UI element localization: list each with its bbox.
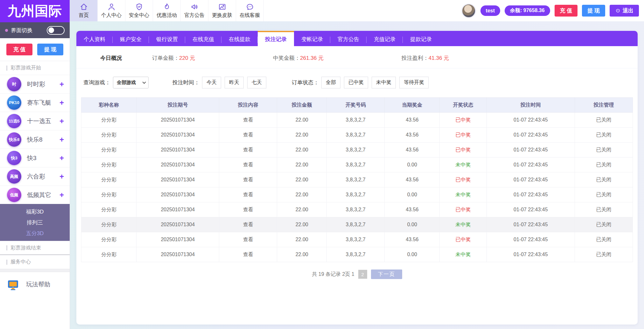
nav-item[interactable]: 个人中心 bbox=[98, 0, 125, 21]
sidebar-recharge-button[interactable]: 充 值 bbox=[6, 44, 32, 55]
nav-item[interactable]: 更换皮肤 bbox=[208, 0, 236, 21]
expand-plus-icon[interactable]: + bbox=[60, 191, 64, 200]
game-label: 快3 bbox=[27, 154, 54, 162]
table-row: 分分彩 202501071304 查看 22.00 3,8,3,2,7 0.00… bbox=[81, 158, 633, 172]
status-filter-button[interactable]: 全部 bbox=[321, 77, 340, 88]
nav-item[interactable]: 安全中心 bbox=[125, 0, 153, 21]
expand-plus-icon[interactable]: + bbox=[60, 172, 64, 181]
view-link[interactable]: 查看 bbox=[243, 132, 253, 137]
view-link[interactable]: 查看 bbox=[243, 147, 253, 152]
tab[interactable]: 投注记录 bbox=[258, 31, 294, 46]
cell-game: 分分彩 bbox=[81, 143, 136, 158]
cell-prize: 43.56 bbox=[385, 202, 440, 217]
sidebar-game-item[interactable]: 高频 六合彩 + bbox=[0, 167, 70, 186]
cell-manage: 已关闭 bbox=[575, 232, 633, 247]
computer-icon bbox=[7, 279, 19, 290]
status-filter-button[interactable]: 等待开奖 bbox=[399, 77, 429, 88]
submenu-item[interactable]: 五分3D bbox=[0, 228, 70, 239]
view-link[interactable]: 查看 bbox=[243, 162, 253, 167]
bet-records-table: 彩种名称投注期号投注内容投注金额开奖号码当期奖金开奖状态投注时间投注管理 分分彩… bbox=[81, 97, 633, 262]
cell-prize: 0.00 bbox=[385, 217, 440, 232]
nav-item-label: 安全中心 bbox=[129, 12, 149, 19]
view-link[interactable]: 查看 bbox=[243, 237, 253, 242]
sidebar-game-item[interactable]: 时 时时彩 + bbox=[0, 75, 70, 93]
sidebar-help-item[interactable]: 玩法帮助 bbox=[0, 272, 70, 297]
status-filter-button[interactable]: 已中奖 bbox=[344, 77, 368, 88]
game-label: 十一选五 bbox=[27, 117, 54, 125]
status-badge: 已中奖 bbox=[456, 132, 471, 137]
cell-status: 未中奖 bbox=[440, 247, 486, 262]
tab[interactable]: 充值记录 bbox=[367, 31, 403, 46]
tab[interactable]: 账户安全 bbox=[113, 31, 149, 46]
view-link[interactable]: 查看 bbox=[243, 222, 253, 227]
cell-period: 202501071304 bbox=[136, 247, 219, 262]
expand-plus-icon[interactable]: + bbox=[60, 98, 64, 107]
avatar[interactable] bbox=[461, 4, 476, 18]
view-link[interactable]: 查看 bbox=[243, 117, 253, 122]
nav-item-label: 在线客服 bbox=[240, 12, 260, 19]
cell-prize: 0.00 bbox=[385, 158, 440, 172]
nav-item-label: 首页 bbox=[79, 12, 89, 19]
sidebar-game-item[interactable]: PK10 赛车飞艇 + bbox=[0, 93, 70, 112]
status-badge: 已中奖 bbox=[456, 237, 471, 242]
time-filter-button[interactable]: 今天 bbox=[202, 77, 221, 88]
cell-period: 202501071304 bbox=[136, 113, 219, 128]
interface-toggle-switch[interactable] bbox=[47, 26, 65, 35]
cell-manage: 已关闭 bbox=[575, 143, 633, 158]
sidebar-game-item[interactable]: 快3 快3 + bbox=[0, 149, 70, 167]
time-filter-button[interactable]: 七天 bbox=[247, 77, 266, 88]
username-badge[interactable]: test bbox=[480, 5, 500, 16]
tab[interactable]: 个人资料 bbox=[76, 31, 113, 46]
view-link[interactable]: 查看 bbox=[243, 192, 253, 197]
cell-period: 202501071304 bbox=[136, 232, 219, 247]
view-link[interactable]: 查看 bbox=[243, 177, 253, 182]
tab[interactable]: 在线提款 bbox=[221, 31, 258, 46]
table-header-cell: 开奖状态 bbox=[440, 98, 486, 113]
logout-button[interactable]: 退出 bbox=[610, 5, 639, 17]
next-page-button[interactable]: 下一页 bbox=[371, 270, 402, 279]
sidebar-game-item[interactable]: 11选5 十一选五 + bbox=[0, 112, 70, 130]
sidebar-withdraw-button[interactable]: 提 现 bbox=[37, 44, 63, 55]
game-badge-icon: 快乐8 bbox=[7, 132, 21, 147]
expand-plus-icon[interactable]: + bbox=[60, 135, 64, 144]
submenu-item[interactable]: 福彩3D bbox=[0, 206, 70, 217]
expand-plus-icon[interactable]: + bbox=[60, 80, 64, 89]
cell-numbers: 3,8,3,2,7 bbox=[327, 128, 385, 143]
sidebar-actions: 充 值 提 现 bbox=[0, 38, 70, 61]
withdraw-button[interactable]: 提 现 bbox=[582, 5, 605, 17]
submenu-item[interactable]: 排列三 bbox=[0, 217, 70, 228]
page-2-button[interactable]: 2 bbox=[358, 270, 367, 279]
speaker-icon bbox=[190, 3, 199, 11]
view-link[interactable]: 查看 bbox=[243, 252, 253, 257]
sidebar-game-item[interactable]: 快乐8 快乐8 + bbox=[0, 130, 70, 149]
expand-plus-icon[interactable]: + bbox=[60, 117, 64, 126]
nav-item[interactable]: 官方公告 bbox=[181, 0, 208, 21]
status-filter-button[interactable]: 未中奖 bbox=[372, 77, 396, 88]
tab[interactable]: 官方公告 bbox=[330, 31, 367, 46]
interface-toggle-row: 界面切换 bbox=[0, 22, 70, 38]
cell-time: 01-07 22:43:45 bbox=[486, 202, 575, 217]
game-select[interactable]: 全部游戏 bbox=[113, 77, 149, 88]
recharge-button[interactable]: 充 值 bbox=[555, 5, 578, 17]
tab[interactable]: 变帐记录 bbox=[294, 31, 330, 46]
nav-item[interactable]: 首页 bbox=[70, 0, 98, 21]
time-filter-button[interactable]: 昨天 bbox=[225, 77, 244, 88]
tab[interactable]: 在线充值 bbox=[185, 31, 221, 46]
cell-prize: 43.56 bbox=[385, 232, 440, 247]
tab[interactable]: 银行设置 bbox=[149, 31, 185, 46]
section-service-center: 服务中心 bbox=[0, 255, 70, 269]
cell-time: 01-07 22:43:45 bbox=[486, 187, 575, 202]
cell-period: 202501071304 bbox=[136, 128, 219, 143]
sidebar: 九州国际 界面切换 充 值 提 现 彩票游戏开始 时 时时彩 + PK10 赛车… bbox=[0, 0, 70, 329]
nav-item[interactable]: 优惠活动 bbox=[153, 0, 181, 21]
nav-item[interactable]: 在线客服 bbox=[236, 0, 264, 21]
tab[interactable]: 提款记录 bbox=[403, 31, 439, 46]
status-badge: 未中奖 bbox=[456, 252, 471, 257]
view-link[interactable]: 查看 bbox=[243, 207, 253, 212]
sidebar-game-item[interactable]: 低频 低频其它 + bbox=[0, 186, 70, 204]
game-menu: 时 时时彩 + PK10 赛车飞艇 + 11选5 十一选五 + 快乐8 快乐8 … bbox=[0, 75, 70, 204]
status-badge: 已中奖 bbox=[456, 177, 471, 182]
expand-plus-icon[interactable]: + bbox=[60, 154, 64, 163]
status-badge: 已中奖 bbox=[456, 207, 471, 212]
image-icon bbox=[218, 3, 227, 11]
